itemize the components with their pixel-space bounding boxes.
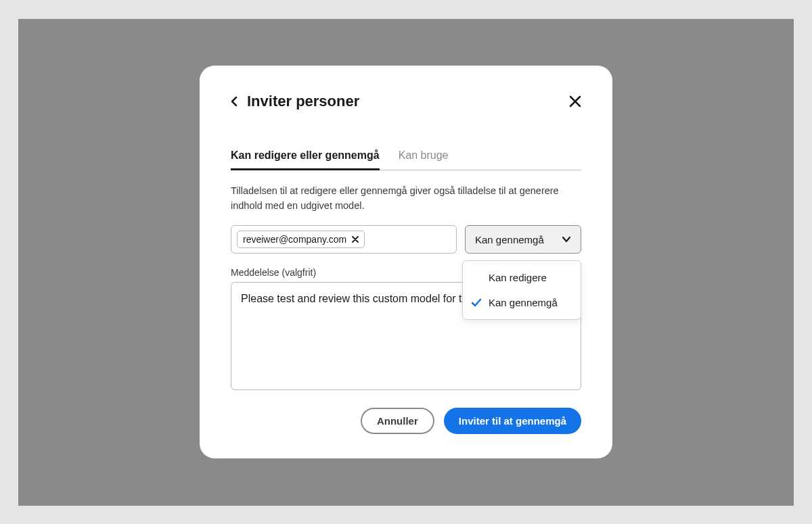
chevron-down-icon xyxy=(562,236,571,243)
tab-can-use[interactable]: Kan bruge xyxy=(399,149,449,170)
tabs-container: Kan redigere eller gennemgå Kan bruge xyxy=(231,149,581,170)
tab-edit-review[interactable]: Kan redigere eller gennemgå xyxy=(231,149,380,170)
check-icon xyxy=(471,298,482,308)
dialog-header-left: Inviter personer xyxy=(231,93,359,110)
back-icon[interactable] xyxy=(231,96,238,107)
email-input[interactable]: reveiwer@company.com xyxy=(231,225,457,254)
dropdown-option-label: Kan redigere xyxy=(489,272,547,283)
backdrop: Inviter personer Kan redigere eller genn… xyxy=(18,19,794,506)
dropdown-option-edit[interactable]: Kan redigere xyxy=(463,265,581,290)
dropdown-option-label: Kan gennemgå xyxy=(489,297,558,308)
dialog-footer: Annuller Inviter til at gennemgå xyxy=(231,408,581,434)
dropdown-option-review[interactable]: Kan gennemgå xyxy=(463,290,581,315)
dialog-title: Inviter personer xyxy=(247,93,359,110)
input-row: reveiwer@company.com Kan gennemgå Kan re… xyxy=(231,225,581,254)
cancel-button[interactable]: Annuller xyxy=(361,408,434,434)
permission-select[interactable]: Kan gennemgå xyxy=(465,225,581,254)
permission-dropdown: Kan redigere Kan gennemgå xyxy=(462,260,581,320)
email-chip: reveiwer@company.com xyxy=(237,231,365,248)
invite-dialog: Inviter personer Kan redigere eller genn… xyxy=(200,66,612,459)
invite-button[interactable]: Inviter til at gennemgå xyxy=(444,408,581,434)
email-chip-text: reveiwer@company.com xyxy=(243,234,346,245)
dialog-header: Inviter personer xyxy=(231,93,581,110)
permission-description: Tilladelsen til at redigere eller gennem… xyxy=(231,184,581,214)
permission-select-label: Kan gennemgå xyxy=(475,234,544,245)
close-icon[interactable] xyxy=(569,95,581,108)
chip-remove-icon[interactable] xyxy=(352,236,359,243)
